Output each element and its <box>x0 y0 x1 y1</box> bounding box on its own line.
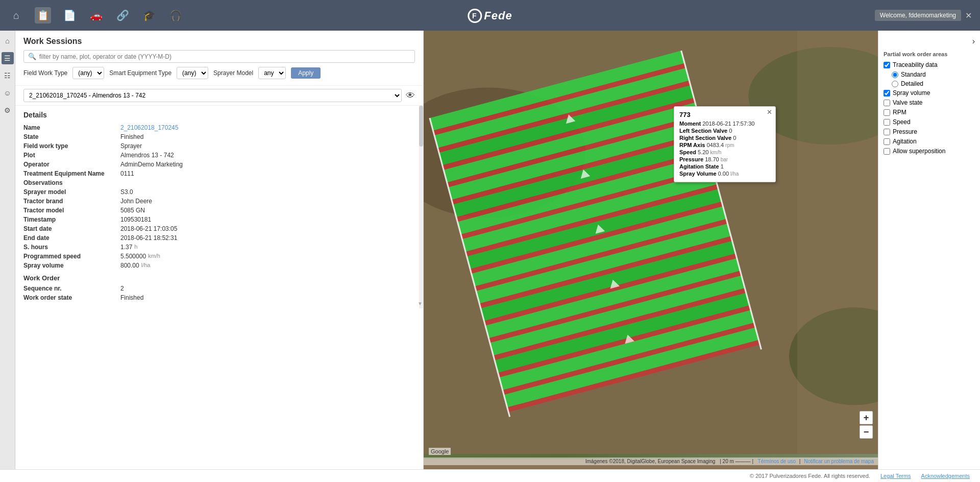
valve-state-label: Valve state <box>893 99 922 106</box>
detailed-label: Detailed <box>901 80 923 87</box>
agitation-checkbox[interactable] <box>884 138 890 145</box>
detail-tractor-brand: Tractor brand John Deere <box>23 198 411 205</box>
headphones-icon[interactable]: 🎧 <box>167 7 184 23</box>
bottom-footer: © 2017 Pulverizadores Fede. All rights r… <box>0 469 980 482</box>
detail-s-hours: S. hours 1.37 h <box>23 244 411 251</box>
detail-observations: Observations <box>23 179 411 186</box>
search-input[interactable] <box>39 53 410 60</box>
scrollbar[interactable]: ▼ <box>419 106 423 308</box>
footer-copyright: © 2017 Pulverizadores Fede. All rights r… <box>750 473 870 479</box>
search-icon: 🔍 <box>28 53 36 60</box>
pressure-checkbox[interactable] <box>884 129 890 135</box>
smart-equipment-select[interactable]: (any) <box>177 67 208 79</box>
session-select[interactable]: 2_21062018_170245 - Almendros 13 - 742 <box>23 89 402 102</box>
popup-close-button[interactable]: ✕ <box>767 108 772 116</box>
popup-speed: Speed 5.20 km/h <box>679 149 770 155</box>
detail-plot: Plot Almendros 13 - 742 <box>23 152 411 159</box>
right-panel: › Partial work order areas Traceability … <box>878 31 980 469</box>
traceability-label: Traceability data <box>893 61 938 68</box>
panel-header: Work Sessions 🔍 Field Work Type (any) Sm… <box>15 31 423 86</box>
eye-icon[interactable]: 👁 <box>406 90 415 101</box>
rpm-checkbox-item: RPM <box>884 109 975 116</box>
speed-checkbox-item: Speed <box>884 118 975 126</box>
speed-checkbox[interactable] <box>884 119 890 126</box>
home-icon[interactable]: ⌂ <box>8 7 24 23</box>
work-order-title: Work Order <box>23 274 411 282</box>
speed-label: Speed <box>893 118 911 126</box>
popup-left-section: Left Section Valve 0 <box>679 128 770 134</box>
detail-timestamp: Timestamp 109530181 <box>23 216 411 223</box>
allow-superposition-label: Allow superposition <box>893 148 945 155</box>
nav-icons: ⌂ 📋 📄 🚗 🔗 🎓 🎧 <box>8 7 184 23</box>
detailed-radio[interactable] <box>892 81 898 87</box>
pressure-checkbox-item: Pressure <box>884 128 975 135</box>
file-icon[interactable]: 📄 <box>61 7 78 23</box>
detail-start-date: Start date 2018-06-21 17:03:05 <box>23 225 411 232</box>
popup-spray-volume: Spray Volume 0.00 l/ha <box>679 171 770 177</box>
popup-agitation: Agitation State 1 <box>679 163 770 170</box>
top-nav-right: Welcome, fddemomarketing ✕ <box>875 10 972 21</box>
close-nav-button[interactable]: ✕ <box>965 11 972 20</box>
detail-field-work-type: Field work type Sprayer <box>23 142 411 150</box>
rpm-label: RPM <box>893 109 906 116</box>
popup-moment: Moment 2018-06-21 17:57:30 <box>679 120 770 127</box>
spray-volume-checkbox[interactable] <box>884 90 890 97</box>
map-footer: Imágenes ©2018, DigitalGlobe, European S… <box>424 457 878 465</box>
popup-pressure: Pressure 18.70 bar <box>679 156 770 162</box>
spray-volume-checkbox-item: Spray volume <box>884 89 975 97</box>
sidebar-home-icon[interactable]: ⌂ <box>2 35 14 47</box>
detailed-radio-item: Detailed <box>892 80 975 87</box>
graduation-cap-icon[interactable]: 🎓 <box>141 7 157 23</box>
pressure-label: Pressure <box>893 128 917 135</box>
map-report-label[interactable]: Notificar un problema de mapa <box>804 459 874 464</box>
details-content: Details Name 2_21062018_170245 State Fin… <box>15 106 419 308</box>
zoom-out-button[interactable]: − <box>860 425 873 439</box>
map-terms-label[interactable]: Términos de uso <box>758 459 796 464</box>
sidebar-grid-icon[interactable]: ☷ <box>2 69 14 82</box>
details-title: Details <box>23 111 411 119</box>
field-work-type-label: Field Work Type <box>23 69 67 77</box>
top-navigation: ⌂ 📋 📄 🚗 🔗 🎓 🎧 F Fede Welcome, fddemomark… <box>0 0 980 31</box>
footer-legal-terms[interactable]: Legal Terms <box>880 473 911 479</box>
map-area: ✕ 773 Moment 2018-06-21 17:57:30 Left Se… <box>424 31 878 469</box>
sidebar-settings-icon[interactable]: ⚙ <box>2 104 14 116</box>
truck-icon[interactable]: 🚗 <box>88 7 104 23</box>
link-icon[interactable]: 🔗 <box>114 7 131 23</box>
sidebar-person-icon[interactable]: ☺ <box>2 87 14 99</box>
clipboard-icon[interactable]: 📋 <box>35 7 51 23</box>
spray-volume-label: Spray volume <box>893 89 930 97</box>
detail-sprayer-model: Sprayer model S3.0 <box>23 188 411 196</box>
traceability-checkbox[interactable] <box>884 62 890 68</box>
traceability-checkbox-item: Traceability data <box>884 61 975 68</box>
sidebar-list-icon[interactable]: ☰ <box>2 52 14 64</box>
detail-spray-volume: Spray volume 800.00 l/ha <box>23 262 411 269</box>
detail-tractor-model: Tractor model 5085 GN <box>23 207 411 214</box>
valve-state-checkbox[interactable] <box>884 100 890 106</box>
standard-radio[interactable] <box>892 71 898 78</box>
field-work-type-select[interactable]: (any) <box>72 67 104 79</box>
session-row: 2_21062018_170245 - Almendros 13 - 742 👁 <box>15 86 423 106</box>
detail-operator: Operator AdminDemo Marketing <box>23 161 411 168</box>
popup-id: 773 <box>679 111 770 118</box>
allow-superposition-checkbox-item: Allow superposition <box>884 148 975 155</box>
detail-work-order-state: Work order state Finished <box>23 294 411 301</box>
apply-button[interactable]: Apply <box>291 67 321 79</box>
field-svg <box>424 31 878 454</box>
standard-label: Standard <box>901 71 926 78</box>
map-google-label: Google <box>429 448 451 455</box>
zoom-in-button[interactable]: + <box>860 411 873 424</box>
footer-acknowledgements[interactable]: Acknowledgements <box>921 473 970 479</box>
detail-sequence-nr: Sequence nr. 2 <box>23 285 411 292</box>
rpm-checkbox[interactable] <box>884 109 890 116</box>
sprayer-model-select[interactable]: any <box>258 67 286 79</box>
left-sidebar: ⌂ ☰ ☷ ☺ ⚙ <box>0 31 15 469</box>
map-popup: ✕ 773 Moment 2018-06-21 17:57:30 Left Se… <box>674 106 776 182</box>
scrollbar-thumb[interactable] <box>419 106 423 147</box>
scroll-down-arrow[interactable]: ▼ <box>418 301 423 306</box>
allow-superposition-checkbox[interactable] <box>884 148 890 155</box>
map-scale-label: | 20 m ——— | <box>720 459 753 464</box>
smart-equipment-label: Smart Equipment Type <box>109 69 172 77</box>
right-panel-toggle[interactable]: › <box>884 37 975 46</box>
detail-state: State Finished <box>23 133 411 140</box>
detail-programmed-speed: Programmed speed 5.500000 km/h <box>23 253 411 260</box>
